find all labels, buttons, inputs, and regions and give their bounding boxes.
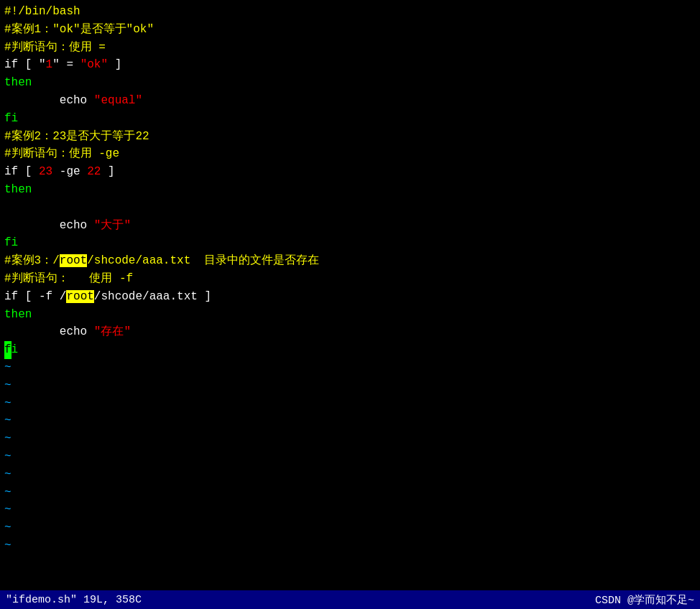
code-line-if3: if [ -f /root/shcode/aaa.txt ] <box>4 288 696 306</box>
code-line-echo2: echo "大于" <box>4 217 696 235</box>
code-line-tilde2: ~ <box>4 377 696 395</box>
code-line-comment6: #判断语句： 使用 -f <box>4 270 696 288</box>
code-line-tilde6: ~ <box>4 448 696 466</box>
code-line-tilde5: ~ <box>4 430 696 448</box>
file-info: "ifdemo.sh" 19L, 358C <box>6 594 142 606</box>
code-line-tilde7: ~ <box>4 466 696 484</box>
code-editor: #!/bin/bash#案例1："ok"是否等于"ok"#判断语句：使用 =if… <box>0 0 700 590</box>
code-line-tilde11: ~ <box>4 537 696 555</box>
code-line-then1: then <box>4 74 696 92</box>
code-line-fi3_cursor: fi <box>4 341 696 359</box>
code-line-if2: if [ 23 -ge 22 ] <box>4 163 696 181</box>
code-line-comment5: #案例3：/root/shcode/aaa.txt 目录中的文件是否存在 <box>4 252 696 270</box>
code-line-if1: if [ "1" = "ok" ] <box>4 56 696 74</box>
code-line-echo3: echo "存在" <box>4 323 696 341</box>
status-bar: "ifdemo.sh" 19L, 358C CSDN @学而知不足~ <box>0 590 700 609</box>
code-line-comment3: #案例2：23是否大于等于22 <box>4 128 696 146</box>
code-line-shebang: #!/bin/bash <box>4 3 696 21</box>
code-line-then3: then <box>4 306 696 324</box>
code-line-blank1 <box>4 199 696 217</box>
code-line-tilde9: ~ <box>4 501 696 519</box>
code-line-tilde4: ~ <box>4 412 696 430</box>
code-line-comment4: #判断语句：使用 -ge <box>4 145 696 163</box>
code-line-fi2: fi <box>4 234 696 252</box>
code-line-comment1: #案例1："ok"是否等于"ok" <box>4 21 696 39</box>
code-line-then2: then <box>4 181 696 199</box>
watermark: CSDN @学而知不足~ <box>595 593 694 607</box>
code-line-fi1: fi <box>4 110 696 128</box>
code-line-tilde8: ~ <box>4 484 696 502</box>
code-line-tilde3: ~ <box>4 395 696 413</box>
code-line-comment2: #判断语句：使用 = <box>4 39 696 57</box>
code-line-echo1: echo "equal" <box>4 92 696 110</box>
code-line-tilde1: ~ <box>4 359 696 377</box>
code-line-tilde10: ~ <box>4 519 696 537</box>
